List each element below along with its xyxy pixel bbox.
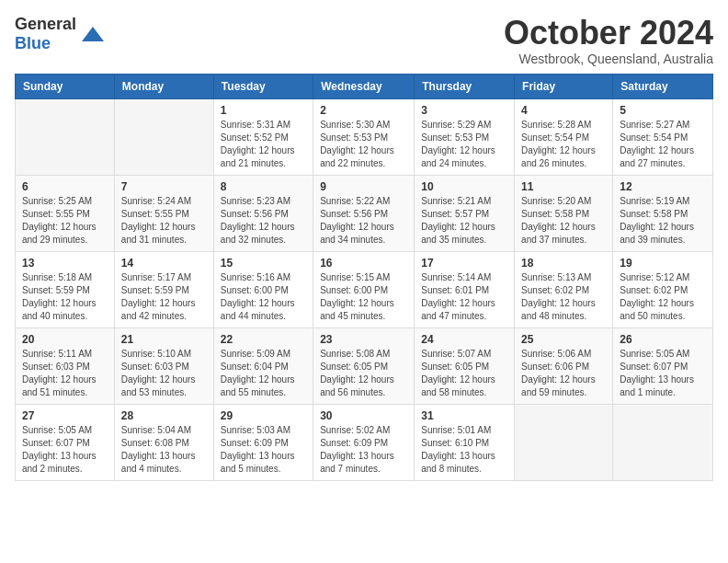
day-number: 14 (121, 257, 207, 270)
day-info: Sunrise: 5:16 AM Sunset: 6:00 PM Dayligh… (221, 271, 306, 323)
calendar-cell: 25Sunrise: 5:06 AM Sunset: 6:06 PM Dayli… (515, 327, 613, 404)
column-header-friday: Friday (515, 74, 613, 98)
day-info: Sunrise: 5:12 AM Sunset: 6:02 PM Dayligh… (620, 271, 706, 323)
day-number: 7 (121, 180, 207, 193)
day-info: Sunrise: 5:03 AM Sunset: 6:09 PM Dayligh… (221, 424, 306, 476)
calendar-cell: 22Sunrise: 5:09 AM Sunset: 6:04 PM Dayli… (213, 327, 313, 404)
logo: General Blue (15, 15, 106, 53)
column-header-wednesday: Wednesday (313, 74, 415, 98)
day-info: Sunrise: 5:20 AM Sunset: 5:58 PM Dayligh… (521, 195, 606, 247)
day-number: 8 (221, 180, 306, 193)
calendar-cell: 2Sunrise: 5:30 AM Sunset: 5:53 PM Daylig… (313, 98, 415, 175)
calendar-cell: 13Sunrise: 5:18 AM Sunset: 5:59 PM Dayli… (16, 251, 115, 327)
calendar-cell: 6Sunrise: 5:25 AM Sunset: 5:55 PM Daylig… (16, 175, 115, 251)
calendar-cell: 15Sunrise: 5:16 AM Sunset: 6:00 PM Dayli… (213, 251, 313, 327)
column-header-thursday: Thursday (415, 74, 515, 98)
calendar-cell: 24Sunrise: 5:07 AM Sunset: 6:05 PM Dayli… (415, 327, 515, 404)
day-info: Sunrise: 5:09 AM Sunset: 6:04 PM Dayligh… (221, 348, 306, 399)
day-number: 24 (421, 333, 507, 346)
day-number: 29 (221, 409, 306, 422)
calendar-cell: 9Sunrise: 5:22 AM Sunset: 5:56 PM Daylig… (313, 175, 415, 251)
column-header-saturday: Saturday (613, 74, 713, 98)
day-number: 12 (620, 180, 706, 193)
calendar-cell (613, 404, 713, 480)
day-number: 9 (320, 180, 407, 193)
day-number: 6 (22, 180, 108, 193)
day-info: Sunrise: 5:29 AM Sunset: 5:53 PM Dayligh… (421, 119, 507, 170)
week-row-4: 20Sunrise: 5:11 AM Sunset: 6:03 PM Dayli… (16, 327, 713, 404)
day-number: 28 (121, 409, 207, 422)
day-info: Sunrise: 5:07 AM Sunset: 6:05 PM Dayligh… (421, 348, 507, 399)
day-info: Sunrise: 5:15 AM Sunset: 6:00 PM Dayligh… (320, 271, 407, 323)
week-row-1: 1Sunrise: 5:31 AM Sunset: 5:52 PM Daylig… (16, 98, 713, 175)
calendar-cell: 26Sunrise: 5:05 AM Sunset: 6:07 PM Dayli… (613, 327, 713, 404)
day-info: Sunrise: 5:21 AM Sunset: 5:57 PM Dayligh… (421, 195, 507, 247)
day-info: Sunrise: 5:06 AM Sunset: 6:06 PM Dayligh… (521, 348, 606, 399)
calendar-cell: 12Sunrise: 5:19 AM Sunset: 5:58 PM Dayli… (613, 175, 713, 251)
logo-icon (80, 25, 106, 43)
calendar-cell: 16Sunrise: 5:15 AM Sunset: 6:00 PM Dayli… (313, 251, 415, 327)
day-number: 1 (221, 104, 306, 117)
calendar-cell: 5Sunrise: 5:27 AM Sunset: 5:54 PM Daylig… (613, 98, 713, 175)
month-title: October 2024 (504, 15, 713, 52)
day-number: 5 (620, 104, 706, 117)
day-number: 13 (22, 257, 108, 270)
day-info: Sunrise: 5:24 AM Sunset: 5:55 PM Dayligh… (121, 195, 207, 247)
day-info: Sunrise: 5:10 AM Sunset: 6:03 PM Dayligh… (121, 348, 207, 399)
location: Westbrook, Queensland, Australia (504, 52, 713, 66)
calendar-cell: 19Sunrise: 5:12 AM Sunset: 6:02 PM Dayli… (613, 251, 713, 327)
calendar-cell: 3Sunrise: 5:29 AM Sunset: 5:53 PM Daylig… (415, 98, 515, 175)
column-header-sunday: Sunday (16, 74, 115, 98)
day-number: 22 (221, 333, 306, 346)
calendar-cell: 20Sunrise: 5:11 AM Sunset: 6:03 PM Dayli… (16, 327, 115, 404)
day-info: Sunrise: 5:22 AM Sunset: 5:56 PM Dayligh… (320, 195, 407, 247)
day-info: Sunrise: 5:05 AM Sunset: 6:07 PM Dayligh… (22, 424, 108, 476)
day-number: 27 (22, 409, 108, 422)
title-block: October 2024 Westbrook, Queensland, Aust… (504, 15, 713, 66)
calendar-cell: 11Sunrise: 5:20 AM Sunset: 5:58 PM Dayli… (515, 175, 613, 251)
calendar-cell: 21Sunrise: 5:10 AM Sunset: 6:03 PM Dayli… (114, 327, 213, 404)
calendar-cell: 7Sunrise: 5:24 AM Sunset: 5:55 PM Daylig… (114, 175, 213, 251)
calendar-cell: 29Sunrise: 5:03 AM Sunset: 6:09 PM Dayli… (213, 404, 313, 480)
calendar-cell: 28Sunrise: 5:04 AM Sunset: 6:08 PM Dayli… (114, 404, 213, 480)
day-info: Sunrise: 5:05 AM Sunset: 6:07 PM Dayligh… (620, 348, 706, 399)
week-row-3: 13Sunrise: 5:18 AM Sunset: 5:59 PM Dayli… (16, 251, 713, 327)
day-info: Sunrise: 5:27 AM Sunset: 5:54 PM Dayligh… (620, 119, 706, 170)
calendar-cell: 8Sunrise: 5:23 AM Sunset: 5:56 PM Daylig… (213, 175, 313, 251)
calendar-cell: 18Sunrise: 5:13 AM Sunset: 6:02 PM Dayli… (515, 251, 613, 327)
logo-general: General (15, 15, 76, 33)
day-info: Sunrise: 5:08 AM Sunset: 6:05 PM Dayligh… (320, 348, 407, 399)
day-info: Sunrise: 5:28 AM Sunset: 5:54 PM Dayligh… (521, 119, 606, 170)
day-number: 25 (521, 333, 606, 346)
day-info: Sunrise: 5:01 AM Sunset: 6:10 PM Dayligh… (421, 424, 507, 476)
day-number: 19 (620, 257, 706, 270)
day-number: 20 (22, 333, 108, 346)
day-number: 21 (121, 333, 207, 346)
calendar-cell: 4Sunrise: 5:28 AM Sunset: 5:54 PM Daylig… (515, 98, 613, 175)
day-info: Sunrise: 5:13 AM Sunset: 6:02 PM Dayligh… (521, 271, 606, 323)
day-info: Sunrise: 5:17 AM Sunset: 5:59 PM Dayligh… (121, 271, 207, 323)
day-number: 4 (521, 104, 606, 117)
day-number: 31 (421, 409, 507, 422)
day-number: 18 (521, 257, 606, 270)
day-info: Sunrise: 5:02 AM Sunset: 6:09 PM Dayligh… (320, 424, 407, 476)
logo-text: General Blue (15, 15, 76, 53)
day-info: Sunrise: 5:31 AM Sunset: 5:52 PM Dayligh… (221, 119, 306, 170)
calendar-cell: 14Sunrise: 5:17 AM Sunset: 5:59 PM Dayli… (114, 251, 213, 327)
day-info: Sunrise: 5:18 AM Sunset: 5:59 PM Dayligh… (22, 271, 108, 323)
page-header: General Blue October 2024 Westbrook, Que… (15, 15, 713, 66)
calendar-header-row: SundayMondayTuesdayWednesdayThursdayFrid… (16, 74, 713, 98)
calendar-cell: 23Sunrise: 5:08 AM Sunset: 6:05 PM Dayli… (313, 327, 415, 404)
day-number: 23 (320, 333, 407, 346)
calendar-cell: 1Sunrise: 5:31 AM Sunset: 5:52 PM Daylig… (213, 98, 313, 175)
day-info: Sunrise: 5:25 AM Sunset: 5:55 PM Dayligh… (22, 195, 108, 247)
day-number: 15 (221, 257, 306, 270)
day-number: 17 (421, 257, 507, 270)
calendar-table: SundayMondayTuesdayWednesdayThursdayFrid… (15, 74, 713, 481)
day-number: 26 (620, 333, 706, 346)
calendar-cell (16, 98, 115, 175)
day-number: 11 (521, 180, 606, 193)
week-row-5: 27Sunrise: 5:05 AM Sunset: 6:07 PM Dayli… (16, 404, 713, 480)
calendar-cell (114, 98, 213, 175)
day-number: 30 (320, 409, 407, 422)
